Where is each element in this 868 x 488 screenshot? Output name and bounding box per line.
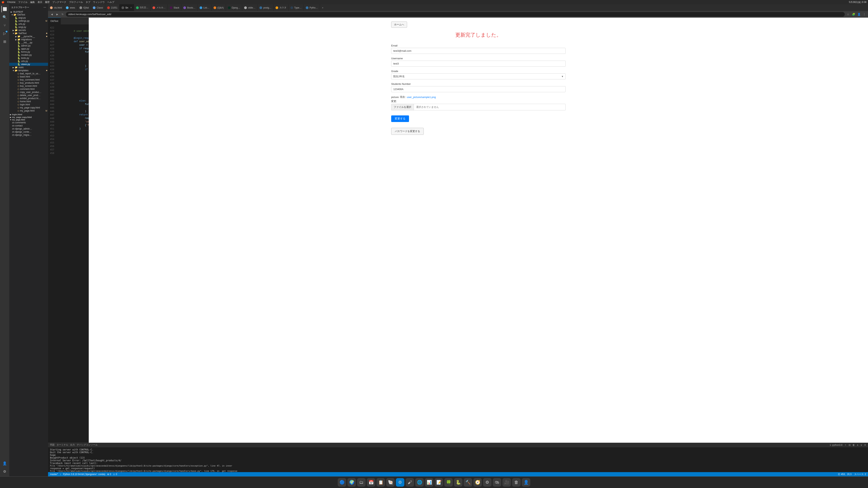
run-activity-icon[interactable]: ▷ 5K — [1, 30, 8, 37]
branch-label[interactable]: master* — [50, 473, 58, 476]
tree-db-contact[interactable]: 🗃 contact — [9, 124, 48, 127]
file-menu[interactable]: ファイル — [18, 1, 28, 4]
tree-file-base[interactable]: ◇ base.html — [9, 75, 48, 78]
warnings-label[interactable]: ⚠ 0 — [113, 473, 117, 476]
terminal-close-icon[interactable]: ✕ — [864, 444, 866, 446]
tab-mercari[interactable]: メルカ… — [151, 4, 168, 11]
code-lines[interactable]: # user edit view @login_required def use… — [55, 24, 89, 443]
tree-file-login[interactable]: ◇ login.html — [9, 103, 48, 106]
dock-launchpad[interactable]: 🌍 — [347, 478, 356, 487]
tree-file-copy-user[interactable]: ◇ copy_user_produc… — [9, 91, 48, 94]
more-icon[interactable]: ⋮ — [862, 12, 866, 17]
tree-file-views[interactable]: 🐍 views.py — [9, 63, 48, 66]
tab-django[interactable]: Djang… — [226, 4, 242, 11]
dock-paint[interactable]: 🖌 — [405, 478, 414, 487]
file-choose-button[interactable]: ファイルを選択 — [392, 104, 414, 110]
tree-file-urls-root[interactable]: 🐍 urls.py — [9, 23, 48, 26]
code-tab-oldtext[interactable]: OldText — [48, 18, 61, 24]
back-button[interactable]: ◀ — [50, 12, 54, 17]
tree-section-sqlite[interactable]: ▼ my_page.html — [9, 119, 48, 121]
tree-file-apps[interactable]: 🐍 apps.py — [9, 47, 48, 51]
errors-label[interactable]: ⊗ 0 — [107, 473, 111, 476]
tab-postgres[interactable]: postg… — [257, 4, 273, 11]
tab-bootstrap[interactable]: Boots… — [181, 4, 197, 11]
tree-file-buy-screen[interactable]: ◇ buy_screen.html — [9, 85, 48, 88]
tab-cts[interactable]: cts.html — [48, 4, 64, 11]
dock-vscode[interactable]: ⚙ — [396, 478, 404, 487]
dock-files[interactable]: 🗂 — [357, 478, 366, 487]
dock-pages[interactable]: 📝 — [435, 478, 443, 487]
tree-file-admin[interactable]: 🐍 admin.py — [9, 44, 48, 47]
terminal-add-icon[interactable]: ＋ — [844, 443, 847, 447]
explorer-activity-icon[interactable]: ⬜ — [1, 6, 8, 12]
terminal-split-icon[interactable]: ⊟ — [848, 444, 850, 446]
tree-file-models[interactable]: 🐍 models.py — [9, 54, 48, 57]
tab-type[interactable]: Type… — [288, 4, 304, 11]
tab-sn[interactable]: Sn ✕ — [120, 4, 134, 11]
terminal-up-icon[interactable]: ∧ — [857, 444, 859, 446]
password-change-button[interactable]: パスワードを変更する — [391, 128, 424, 135]
tab-slack[interactable]: Slack — [168, 4, 181, 11]
dock-zoom[interactable]: 🎥 — [502, 478, 511, 487]
settings-activity-icon[interactable]: ⚙ — [1, 468, 8, 475]
tree-file-my-page-copy[interactable]: ◇ my_page copy.html — [9, 106, 48, 109]
tab-list[interactable]: List… — [197, 4, 212, 11]
grade-select[interactable]: 院生2年生 — [391, 73, 565, 79]
tab-menu[interactable]: タブ — [86, 1, 90, 4]
tree-file-init[interactable]: 🐍 __init__.py — [9, 41, 48, 44]
tree-db-django-migra[interactable]: 🗃 django_migra… — [9, 133, 48, 136]
tree-section-outline[interactable]: ▶ login.html — [9, 113, 48, 116]
tree-file-bad-report[interactable]: ◇ bad_report_to_us… — [9, 72, 48, 75]
tab-iqital[interactable]: IQital — [78, 4, 91, 11]
dock-python[interactable]: 🐍 — [454, 478, 463, 487]
dock-reminders[interactable]: 📋 — [376, 478, 385, 487]
tree-file-forms[interactable]: 🐍 forms.py — [9, 51, 48, 54]
tree-folder-static[interactable]: ▶ 📁 static — [9, 66, 48, 69]
tree-file-buy-products[interactable]: ◇ buy_products.html — [9, 81, 48, 85]
profile-menu[interactable]: プロフィール — [69, 1, 83, 4]
apple-menu[interactable]: 🍎 — [2, 1, 4, 3]
dock-xcode[interactable]: 🔨 — [464, 478, 472, 487]
url-bar[interactable] — [66, 12, 845, 17]
tab-python[interactable]: Pytho… — [304, 4, 320, 11]
tree-db-django-admin[interactable]: 🗃 django_admin… — [9, 127, 48, 130]
forward-button[interactable]: ▶ — [55, 12, 59, 17]
terminal-area[interactable]: Starting server with CONTROL-C. Quit the… — [48, 447, 868, 472]
tab-www[interactable]: www. — [64, 4, 78, 11]
tree-folder-pycache[interactable]: ▶ 📁 __pycache__ — [9, 35, 48, 38]
terminal-problems-label[interactable]: 問題 — [50, 443, 55, 447]
terminal-down-icon[interactable]: ∨ — [861, 444, 862, 446]
extension-icon[interactable]: 🧩 — [851, 12, 856, 17]
account-activity-icon[interactable]: 👤 — [1, 460, 8, 467]
tab-qa[interactable]: (Q&A) — [212, 4, 226, 11]
tree-folder-selltext[interactable]: ▼ 📂 SellText — [9, 32, 48, 35]
dock-safari[interactable]: 🧭 — [473, 478, 482, 487]
reload-button[interactable]: ↻ — [60, 12, 65, 17]
history-menu[interactable]: 履歴 — [45, 1, 50, 4]
source-control-activity-icon[interactable]: ⑂ — [1, 22, 8, 29]
username-input[interactable] — [391, 61, 565, 67]
user-icon[interactable]: 👤 — [857, 12, 861, 17]
sidebar-more-icon[interactable]: ··· — [43, 6, 46, 9]
python-info[interactable]: Python 3.8.10 64-bit ('djangoenv': conda… — [63, 473, 105, 476]
extensions-activity-icon[interactable]: ⊞ — [1, 38, 8, 45]
search-activity-icon[interactable]: 🔍 — [1, 14, 8, 21]
home-button[interactable]: ホームへ — [391, 22, 407, 28]
tree-file-comment[interactable]: ◇ comment.html — [9, 88, 48, 91]
dock-settings[interactable]: ⚙ — [483, 478, 492, 487]
tree-file-delete-user[interactable]: ◇ delete_user_prod… — [9, 94, 48, 97]
tree-file-exhibit[interactable]: ◇ exhibit_product.ht… — [9, 97, 48, 100]
new-tab-button[interactable]: ＋ — [320, 6, 326, 9]
sync-icon[interactable]: ↕ — [60, 473, 61, 476]
tree-folder-migrations[interactable]: ▶ 📁 migrations — [9, 38, 48, 41]
tree-file-urls-app[interactable]: 🐍 urls.py — [9, 60, 48, 63]
tree-file-buy-comment[interactable]: ◇ buy_comment.html — [9, 78, 48, 81]
tree-db-comments[interactable]: 🗃 comments — [9, 121, 48, 124]
dock-chrome[interactable]: 🌐 — [415, 478, 424, 487]
dock-numbers[interactable]: 📊 — [425, 478, 433, 487]
dock-trash[interactable]: 🗑 — [512, 478, 521, 487]
view-menu[interactable]: 表示 — [38, 1, 42, 4]
terminal-trash-icon[interactable]: 🗑 — [852, 444, 855, 446]
dock-appstore[interactable]: 🛍 — [493, 478, 501, 487]
tree-db-django-conte[interactable]: 🗃 django_conte… — [9, 130, 48, 133]
